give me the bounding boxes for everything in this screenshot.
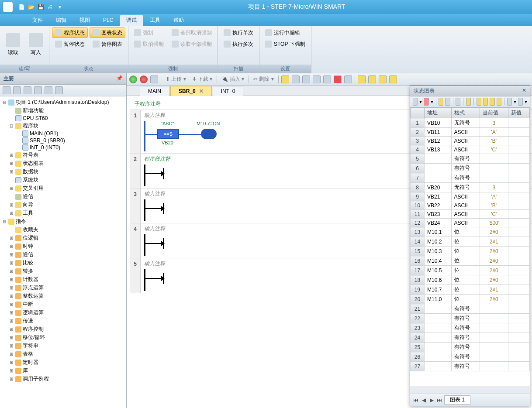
tree-toggle-icon[interactable]: ⊞ [9,327,14,332]
address-cell[interactable]: VB11 [425,128,452,137]
stop-icon[interactable] [140,75,148,83]
tree-node[interactable]: ⊞字符串 [1,342,125,350]
value-cell[interactable] [480,323,508,333]
address-cell[interactable]: M10.2 [425,237,452,247]
status-row[interactable]: 7有符号 [411,173,530,183]
value-cell[interactable] [480,164,508,173]
newvalue-cell[interactable] [508,266,529,275]
et-icon[interactable] [292,75,300,83]
tree-node[interactable]: ⊞传送 [1,317,125,325]
status-row[interactable]: 5有符号 [411,154,530,164]
address-cell[interactable] [425,343,452,352]
status-row[interactable]: 24有符号 [411,333,530,343]
upload-btn[interactable]: ⬆ 上传 ▾ [164,75,188,83]
tree-node[interactable]: ⊞向导 [1,201,125,209]
value-cell[interactable]: 2#1 [480,285,508,295]
format-cell[interactable]: ASCII [451,145,480,154]
address-cell[interactable]: VB12 [425,137,452,145]
address-cell[interactable] [425,154,452,164]
format-cell[interactable]: 有符号 [451,304,480,314]
value-cell[interactable]: '$00' [480,219,508,227]
status-row[interactable]: 18M10.6位2#0 [411,275,530,285]
column-header[interactable]: 格式 [451,108,480,118]
st-play-icon[interactable] [439,98,443,106]
tb-icon[interactable] [55,86,63,94]
tree-node[interactable]: ⊞计数器 [1,275,125,284]
address-cell[interactable]: M10.5 [425,266,452,275]
st-lock-icon[interactable] [497,98,501,106]
address-cell[interactable]: M10.3 [425,247,452,256]
address-cell[interactable]: VB21 [425,192,452,201]
tree-toggle-icon[interactable]: ⊞ [9,343,14,348]
st-icon[interactable] [424,98,428,106]
format-cell[interactable]: 位 [451,247,480,256]
qat-open-icon[interactable]: 📂 [27,3,35,11]
tree-node[interactable]: ⊞转换 [1,267,125,275]
newvalue-cell[interactable] [508,219,529,227]
tree-node[interactable]: ⊞通信 [1,250,125,259]
tree-toggle-icon[interactable]: ⊞ [9,261,14,265]
status-row[interactable]: 14M10.2位2#1 [411,237,530,247]
tree-node[interactable]: ⊞定时器 [1,358,125,367]
value-cell[interactable]: 'B' [480,137,508,145]
ribbon-button[interactable]: 图表状态 [90,27,125,38]
panel-pin-icon[interactable]: 📌 [116,75,123,82]
nav-first-icon[interactable]: ⏮ [413,397,419,403]
app-icon[interactable] [3,2,13,12]
et-icon[interactable] [358,75,366,83]
tb-icon[interactable] [13,86,21,94]
et-icon[interactable] [334,75,342,83]
horizontal-scrollbar[interactable] [410,386,530,394]
menu-编辑[interactable]: 编辑 [50,15,73,26]
format-cell[interactable]: 有符号 [451,154,480,164]
value-cell[interactable]: 3 [480,183,508,192]
newvalue-cell[interactable] [508,295,529,304]
et-icon[interactable] [302,75,310,83]
download-btn[interactable]: ⬇ 下载 ▾ [190,75,214,83]
tree-node[interactable]: ⊞位逻辑 [1,234,125,242]
tree-node[interactable]: ⊞浮点运算 [1,284,125,292]
run-icon[interactable] [129,75,137,83]
ribbon-button[interactable]: 运行中编辑 [262,27,308,38]
status-row[interactable]: 11VB23ASCII'C' [411,210,530,219]
address-cell[interactable]: M10.7 [425,285,452,295]
editor-tab[interactable]: MAIN [140,86,169,96]
tree-toggle-icon[interactable]: ⊞ [9,161,14,166]
tree-node[interactable]: ⊞状态图表 [1,159,125,168]
value-cell[interactable] [480,154,508,164]
chart-tab-label[interactable]: 图表 1 [444,395,470,405]
address-cell[interactable] [425,333,452,343]
qat-print-icon[interactable]: 🖨 [46,3,54,11]
format-cell[interactable]: 有符号 [451,314,480,323]
et-icon[interactable] [379,75,387,83]
format-cell[interactable]: 位 [451,295,480,304]
tree-node[interactable]: INT_0 (INT0) [1,144,125,151]
value-cell[interactable] [480,314,508,323]
address-cell[interactable] [425,352,452,362]
format-cell[interactable]: 有符号 [451,362,480,371]
value-cell[interactable]: 2#0 [480,295,508,304]
qat-save-icon[interactable]: 💾 [37,3,45,11]
newvalue-cell[interactable] [508,118,529,128]
menu-工具[interactable]: 工具 [144,15,166,26]
menu-文件[interactable]: 文件 [26,15,49,26]
value-cell[interactable] [480,343,508,352]
format-cell[interactable]: ASCII [451,137,480,145]
tree-toggle-icon[interactable]: ⊞ [9,236,14,240]
address-cell[interactable]: M11.0 [425,295,452,304]
ribbon-button[interactable]: 暂停状态 [52,39,88,49]
status-row[interactable]: 23有符号 [411,323,530,333]
value-cell[interactable]: 'C' [480,145,508,154]
tree-toggle-icon[interactable]: ⊞ [9,302,14,307]
status-row[interactable]: 1VB10无符号3 [411,118,530,128]
address-cell[interactable]: M10.1 [425,227,452,237]
value-cell[interactable]: 'B' [480,201,508,210]
status-row[interactable]: 17M10.5位2#0 [411,266,530,275]
newvalue-cell[interactable] [508,323,529,333]
tree-node[interactable]: ⊞整数运算 [1,292,125,300]
tree-node[interactable]: ⊞库 [1,367,125,375]
status-row[interactable]: 10VB22ASCII'B' [411,201,530,210]
status-row[interactable]: 20M11.0位2#0 [411,295,530,304]
status-row[interactable]: 25有符号 [411,343,530,352]
newvalue-cell[interactable] [508,314,529,323]
